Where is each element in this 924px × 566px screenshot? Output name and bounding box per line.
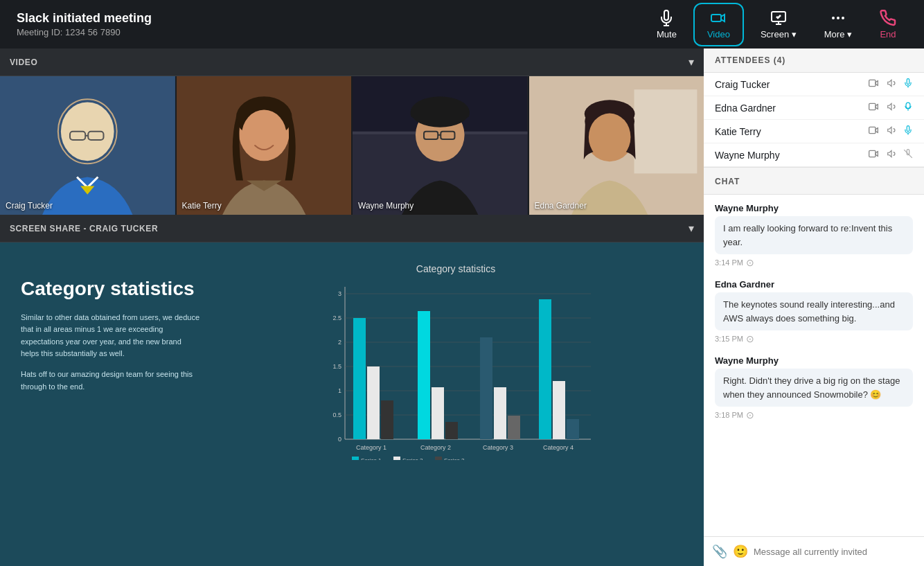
video-section-header: VIDEO ▾	[0, 48, 704, 76]
attendees-header: ATTENDEES (4)	[704, 48, 924, 73]
attendee-row-craig: Craig Tucker	[704, 73, 924, 96]
svg-text:Category 4: Category 4	[543, 444, 574, 451]
emoji-icon[interactable]: 🙂	[733, 544, 748, 559]
svg-rect-59	[539, 299, 551, 439]
video-button[interactable]: Video	[693, 3, 744, 46]
meeting-id: Meeting ID: 1234 56 7890	[17, 27, 646, 37]
chat-messages: Wayne Murphy I am really looking forward…	[704, 195, 924, 536]
chat-options-icon-3[interactable]: ⊙	[746, 409, 754, 421]
main-layout: VIDEO ▾	[0, 48, 924, 566]
mute-label: Mute	[657, 29, 677, 39]
svg-text:0: 0	[338, 436, 341, 443]
chat-sender-2: Edna Gardner	[715, 279, 913, 290]
svg-rect-57	[508, 416, 520, 439]
attendee-icons-craig	[869, 78, 913, 90]
svg-text:1: 1	[338, 387, 341, 394]
video-tile-craig: Craig Tucker	[0, 76, 177, 215]
svg-rect-28	[634, 89, 697, 173]
attendee-row-katie: Katie Terry	[704, 120, 924, 143]
screenshare-collapse-icon[interactable]: ▾	[688, 222, 694, 235]
svg-rect-63	[352, 457, 359, 460]
slide-title: Category statistics	[21, 277, 201, 301]
attendee-speaker-icon-wayne	[887, 149, 896, 161]
svg-rect-69	[869, 80, 876, 86]
katie-portrait	[177, 76, 352, 215]
chat-bubble-1: I am really looking forward to re:Invent…	[715, 216, 913, 254]
svg-text:Series 2: Series 2	[402, 457, 423, 460]
chat-input-field[interactable]	[754, 547, 916, 557]
video-collapse-icon[interactable]: ▾	[688, 55, 694, 69]
svg-text:2: 2	[338, 339, 341, 346]
attendee-speaker-icon-craig	[887, 78, 896, 90]
chat-input-row: 📎 🙂	[704, 536, 924, 566]
attendee-speaker-icon-edna	[887, 102, 896, 114]
screenshare-header: SCREEN SHARE - CRAIG TUCKER ▾	[0, 215, 704, 242]
slide-content: Category statistics Similar to other dat…	[0, 242, 704, 566]
video-section: VIDEO ▾	[0, 48, 704, 215]
attendee-row-wayne: Wayne Murphy	[704, 143, 924, 167]
meeting-id-value: 1234 56 7890	[65, 27, 121, 37]
chat-bubble-row-3: Right. Didn't they drive a big rig on th…	[715, 369, 913, 407]
svg-text:Series 3: Series 3	[444, 457, 465, 460]
attendee-mic-icon-craig	[903, 78, 913, 90]
right-panel: ATTENDEES (4) Craig Tucker	[704, 48, 924, 566]
chat-sender-3: Wayne Murphy	[715, 355, 913, 366]
attendee-cam-icon-wayne	[869, 149, 880, 161]
video-name-katie: Katie Terry	[182, 201, 222, 211]
screen-button[interactable]: Screen ▾	[749, 6, 808, 44]
more-label: More ▾	[824, 29, 852, 39]
chat-time-3: 3:18 PM	[715, 411, 743, 419]
screenshare-section: SCREEN SHARE - CRAIG TUCKER ▾ Category s…	[0, 215, 704, 566]
svg-rect-22	[411, 109, 470, 117]
svg-point-2	[832, 17, 835, 19]
svg-text:2.5: 2.5	[332, 315, 341, 321]
svg-rect-67	[435, 457, 442, 460]
end-button[interactable]: End	[869, 6, 907, 44]
chat-options-icon-2[interactable]: ⊙	[746, 333, 754, 344]
svg-rect-65	[393, 457, 400, 460]
svg-text:Series 1: Series 1	[361, 457, 382, 460]
svg-rect-49	[381, 400, 393, 439]
chat-section: CHAT Wayne Murphy I am really looking fo…	[704, 168, 924, 566]
mute-button[interactable]: Mute	[646, 6, 688, 44]
attendee-mic-muted-icon-wayne	[903, 149, 913, 161]
video-label: Video	[707, 29, 730, 39]
mute-icon	[658, 10, 675, 26]
svg-rect-71	[906, 103, 910, 108]
chat-bubble-row-1: I am really looking forward to re:Invent…	[715, 216, 913, 254]
chat-meta-1: 3:14 PM ⊙	[715, 257, 913, 268]
attendees-title: ATTENDEES (4)	[715, 55, 785, 65]
attendee-row-edna: Edna Gardner	[704, 96, 924, 120]
svg-rect-52	[432, 387, 444, 439]
video-grid: Craig Tucker	[0, 76, 704, 215]
attendee-mic-icon-katie	[903, 125, 913, 137]
title-block: Slack initiated meeting Meeting ID: 1234…	[17, 11, 646, 37]
attendee-name-craig: Craig Tucker	[715, 79, 770, 90]
slide-text: Category statistics Similar to other dat…	[21, 256, 201, 401]
svg-rect-0	[711, 15, 721, 21]
svg-rect-73	[869, 127, 876, 133]
video-tile-katie: Katie Terry	[177, 76, 353, 215]
attendee-name-edna: Edna Gardner	[715, 103, 776, 114]
meeting-id-label: Meeting ID:	[17, 27, 62, 37]
attendees-section: ATTENDEES (4) Craig Tucker	[704, 48, 924, 168]
chat-bubble-row-2: The keynotes sound really interesting...…	[715, 292, 913, 330]
chat-meta-3: 3:18 PM ⊙	[715, 409, 913, 421]
svg-rect-47	[353, 318, 366, 439]
attendee-name-katie: Katie Terry	[715, 126, 761, 137]
svg-point-3	[837, 17, 839, 19]
more-button[interactable]: More ▾	[813, 6, 863, 44]
video-name-wayne: Wayne Murphy	[358, 201, 414, 211]
attachment-icon[interactable]: 📎	[712, 544, 727, 559]
svg-rect-51	[418, 311, 430, 439]
video-name-craig: Craig Tucker	[6, 201, 53, 211]
svg-text:Category 2: Category 2	[420, 444, 451, 451]
left-panel: VIDEO ▾	[0, 48, 704, 566]
svg-rect-48	[367, 366, 380, 439]
chat-options-icon-1[interactable]: ⊙	[746, 257, 754, 268]
edna-portrait	[529, 76, 704, 215]
screenshare-content: Category statistics Similar to other dat…	[0, 242, 704, 566]
svg-point-4	[842, 17, 844, 19]
chart-title: Category statistics	[416, 263, 495, 274]
chat-message-2: Edna Gardner The keynotes sound really i…	[715, 279, 913, 344]
